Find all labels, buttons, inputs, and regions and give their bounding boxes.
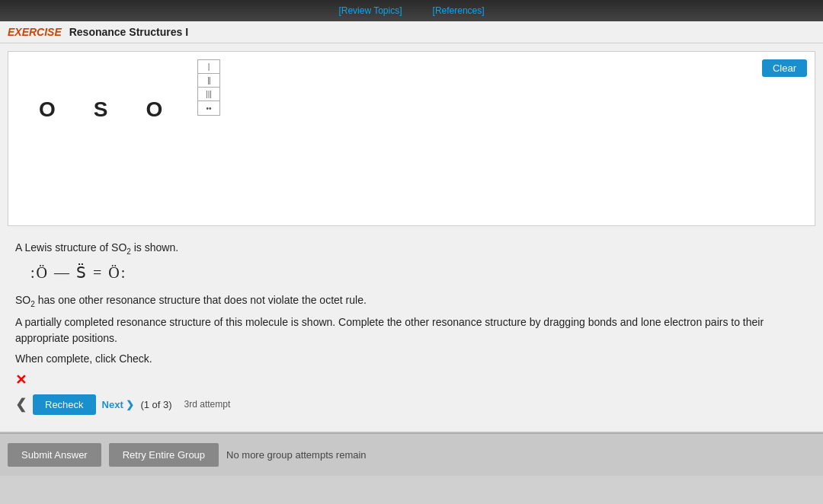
double-bond-tool[interactable]: ‖ xyxy=(198,74,219,88)
exercise-title: Resonance Structures I xyxy=(69,26,188,38)
drawing-toolbar: Clear xyxy=(762,59,807,77)
submit-answer-button[interactable]: Submit Answer xyxy=(8,443,101,467)
top-nav: [Review Topics] [References] xyxy=(0,0,823,21)
exercise-header: EXERCISE Resonance Structures I xyxy=(0,21,823,43)
next-label: Next xyxy=(102,399,123,410)
exercise-label: EXERCISE xyxy=(8,26,62,38)
lewis-intro: A Lewis structure of SO2 is shown. xyxy=(15,241,808,256)
review-topics-link[interactable]: [Review Topics] xyxy=(338,5,402,16)
resonance-prefix: SO xyxy=(15,294,30,306)
lone-pair-tool[interactable]: •• xyxy=(198,101,219,115)
buttons-row: ❮ Recheck Next ❯ (1 of 3) 3rd attempt xyxy=(15,394,808,415)
lewis-intro-suffix: is shown. xyxy=(131,241,178,254)
bottom-bar: Submit Answer Retry Entire Group No more… xyxy=(0,433,823,476)
next-button[interactable]: Next ❯ xyxy=(102,399,135,410)
atom-O-right: O xyxy=(146,97,162,122)
atoms-display: O S O xyxy=(8,52,815,137)
back-arrow[interactable]: ❮ xyxy=(15,396,27,413)
status-icon: ✕ xyxy=(15,372,808,388)
lewis-structure-formula: :Ö — S̈ = Ö: xyxy=(30,264,126,281)
instruction-text-2: When complete, click Check. xyxy=(15,351,808,367)
next-arrow-icon: ❯ xyxy=(126,399,134,410)
retry-entire-group-button[interactable]: Retry Entire Group xyxy=(109,443,219,467)
atom-S: S xyxy=(94,97,108,122)
recheck-button[interactable]: Recheck xyxy=(33,394,96,415)
resonance-text: SO2 has one other resonance structure th… xyxy=(15,292,808,310)
clear-button[interactable]: Clear xyxy=(762,59,807,77)
attempt-label: 3rd attempt xyxy=(184,399,231,410)
instruction-text-1: A partially completed resonance structur… xyxy=(15,314,808,346)
atom-O-left: O xyxy=(39,97,56,122)
drawing-area[interactable]: Clear | ‖ ||| •• O S O xyxy=(8,51,815,226)
single-bond-tool[interactable]: | xyxy=(198,60,219,74)
resonance-suffix: has one other resonance structure that d… xyxy=(35,294,367,306)
molecule-toolbar[interactable]: | ‖ ||| •• xyxy=(197,59,220,116)
main-content: Clear | ‖ ||| •• O S O A Lewis structure… xyxy=(0,43,823,433)
lewis-diagram: :Ö — S̈ = Ö: xyxy=(30,263,808,282)
no-more-attempts-text: No more group attempts remain xyxy=(226,449,367,461)
lewis-intro-text: A Lewis structure of SO xyxy=(15,241,126,254)
references-link[interactable]: [References] xyxy=(433,5,485,16)
lewis-section: A Lewis structure of SO2 is shown. :Ö — … xyxy=(8,235,815,424)
triple-bond-tool[interactable]: ||| xyxy=(198,88,219,101)
attempt-count: (1 of 3) xyxy=(140,399,171,410)
